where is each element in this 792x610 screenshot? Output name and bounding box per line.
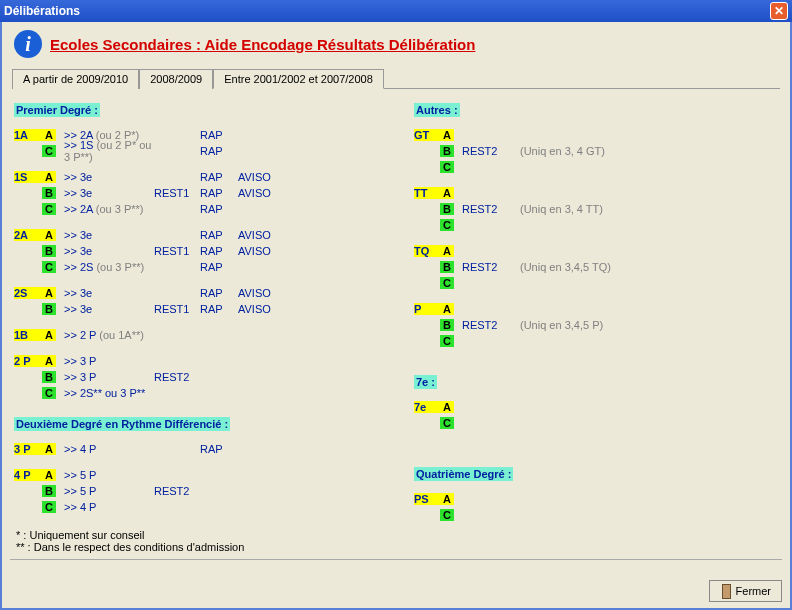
tab-bar: A partir de 2009/2010 2008/2009 Entre 20… [12, 68, 780, 89]
right-column: Autres : GT A B REST2 (Uniq en 3, 4 GT) … [414, 97, 774, 523]
row-TQ-A: TQ A [414, 243, 774, 259]
row-TQ-B: B REST2 (Uniq en 3,4,5 TQ) [414, 259, 774, 275]
close-button[interactable]: Fermer [709, 580, 782, 602]
row-1S-C: C >> 2A (ou 3 P**) RAP [14, 201, 414, 217]
row-3P-A: 3 P A >> 4 P RAP [14, 441, 414, 457]
row-2A-A: 2A A >> 3e RAP AVISO [14, 227, 414, 243]
row-7e-A: 7e A [414, 399, 774, 415]
row-TT-C: C [414, 217, 774, 233]
row-1S-A: 1S A >> 3e RAP AVISO [14, 169, 414, 185]
tab-2009plus[interactable]: A partir de 2009/2010 [12, 69, 139, 89]
row-2P-C: C >> 2S** ou 3 P** [14, 385, 414, 401]
close-icon[interactable]: ✕ [770, 2, 788, 20]
footnote-2: ** : Dans le respect des conditions d'ad… [16, 541, 776, 553]
window-title: Délibérations [4, 4, 80, 18]
rap-text: RAP [200, 129, 238, 141]
section-deuxieme: Deuxième Degré en Rythme Différencié : [14, 417, 230, 431]
row-1B-A: 1B A >> 2 P (ou 1A**) [14, 327, 414, 343]
row-P-A: P A [414, 301, 774, 317]
close-button-label: Fermer [736, 585, 771, 597]
row-PS-C: C [414, 507, 774, 523]
row-4P-B: B >> 5 P REST2 [14, 483, 414, 499]
section-premier: Premier Degré : [14, 103, 100, 117]
titlebar: Délibérations ✕ [0, 0, 792, 22]
separator [10, 559, 782, 560]
row-2A-C: C >> 2S (ou 3 P**) RAP [14, 259, 414, 275]
grade-letter: C [42, 145, 56, 157]
row-1A-C: C >> 1S (ou 2 P* ou 3 P**) RAP [14, 143, 414, 159]
row-2P-B: B >> 3 P REST2 [14, 369, 414, 385]
row-2S-B: B >> 3e REST1 RAP AVISO [14, 301, 414, 317]
row-TQ-C: C [414, 275, 774, 291]
row-1S-B: B >> 3e REST1 RAP AVISO [14, 185, 414, 201]
row-2S-A: 2S A >> 3e RAP AVISO [14, 285, 414, 301]
footnotes: * : Uniquement sur conseil ** : Dans le … [6, 527, 786, 555]
grade-letter: A [42, 129, 56, 141]
row-GT-B: B REST2 (Uniq en 3, 4 GT) [414, 143, 774, 159]
door-icon [720, 584, 732, 598]
info-icon: i [14, 30, 42, 58]
tab-2008[interactable]: 2008/2009 [139, 69, 213, 89]
row-2P-A: 2 P A >> 3 P [14, 353, 414, 369]
row-4P-A: 4 P A >> 5 P [14, 467, 414, 483]
left-column: Premier Degré : 1A A >> 2A (ou 2 P*) RAP… [14, 97, 414, 523]
page-title: Ecoles Secondaires : Aide Encodage Résul… [50, 36, 475, 53]
row-TT-A: TT A [414, 185, 774, 201]
row-7e-C: C [414, 415, 774, 431]
dest-text: >> 1S (ou 2 P* ou 3 P**) [64, 139, 154, 163]
section-7e: 7e : [414, 375, 437, 389]
row-TT-B: B REST2 (Uniq en 3, 4 TT) [414, 201, 774, 217]
row-P-B: B REST2 (Uniq en 3,4,5 P) [414, 317, 774, 333]
row-2A-B: B >> 3e REST1 RAP AVISO [14, 243, 414, 259]
row-GT-C: C [414, 159, 774, 175]
level-label: 1A [14, 129, 42, 141]
tab-2001-2007[interactable]: Entre 2001/2002 et 2007/2008 [213, 69, 384, 89]
row-PS-A: PS A [414, 491, 774, 507]
row-GT-A: GT A [414, 127, 774, 143]
row-P-C: C [414, 333, 774, 349]
section-autres: Autres : [414, 103, 460, 117]
section-quatrieme: Quatrième Degré : [414, 467, 513, 481]
content-panel: i Ecoles Secondaires : Aide Encodage Rés… [0, 22, 792, 610]
footnote-1: * : Uniquement sur conseil [16, 529, 776, 541]
row-4P-C: C >> 4 P [14, 499, 414, 515]
